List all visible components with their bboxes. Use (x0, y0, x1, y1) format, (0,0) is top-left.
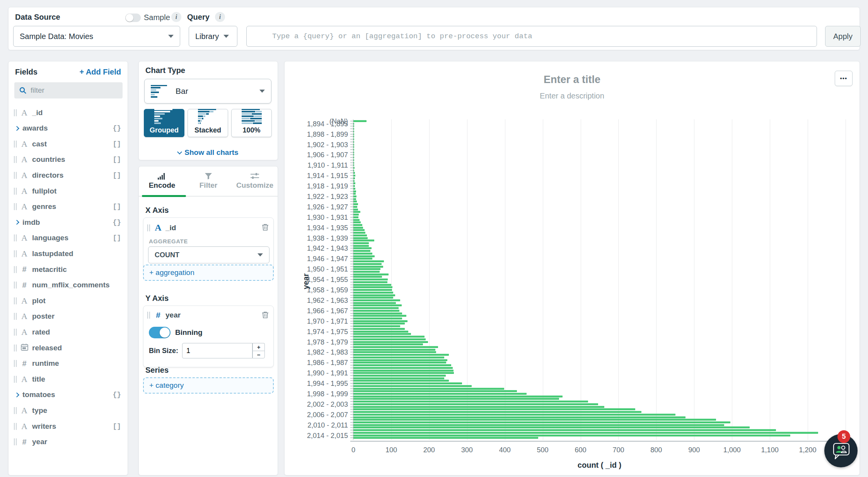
bar[interactable] (353, 216, 358, 218)
bar[interactable] (353, 323, 405, 324)
info-icon[interactable]: i (171, 12, 181, 22)
bar[interactable] (353, 214, 359, 216)
bar[interactable] (353, 211, 360, 213)
bar[interactable] (353, 421, 730, 423)
bar[interactable] (353, 284, 391, 286)
apply-button[interactable]: Apply (825, 26, 861, 47)
field-search-box[interactable] (14, 82, 123, 98)
bar[interactable] (353, 437, 538, 439)
bar[interactable] (353, 388, 504, 390)
field-row-runtime[interactable]: #runtime (9, 356, 128, 372)
bar[interactable] (353, 276, 382, 278)
drag-handle-icon[interactable] (14, 266, 17, 273)
drag-handle-icon[interactable] (14, 203, 17, 210)
field-row-released[interactable]: released (9, 340, 128, 356)
bar[interactable] (353, 120, 367, 122)
bar[interactable] (353, 151, 354, 153)
bar[interactable] (353, 209, 358, 210)
bar[interactable] (353, 338, 426, 340)
field-row-rated[interactable]: Arated (9, 324, 128, 340)
bar[interactable] (353, 419, 716, 421)
bar[interactable] (353, 359, 447, 361)
bar[interactable] (353, 141, 354, 143)
bar[interactable] (353, 273, 389, 275)
bar[interactable] (353, 362, 446, 363)
bar[interactable] (353, 393, 527, 395)
bar[interactable] (353, 255, 375, 257)
subtype-100%-button[interactable]: 100% (231, 109, 272, 137)
field-row-title[interactable]: Atitle (9, 371, 128, 387)
bar[interactable] (353, 128, 354, 130)
drag-handle-icon[interactable] (14, 250, 17, 257)
bar[interactable] (353, 372, 454, 374)
bar[interactable] (353, 224, 362, 226)
bar[interactable] (353, 331, 408, 333)
bar[interactable] (353, 304, 402, 306)
bar[interactable] (353, 232, 365, 234)
add-aggregation-button[interactable]: + aggregation (143, 265, 274, 281)
bar[interactable] (353, 294, 395, 296)
bar[interactable] (353, 281, 387, 283)
bar[interactable] (353, 403, 598, 405)
bar[interactable] (353, 297, 393, 299)
chart-title-placeholder[interactable]: Enter a title (285, 74, 859, 86)
bar[interactable] (353, 356, 444, 358)
bar[interactable] (353, 258, 372, 260)
bar[interactable] (353, 234, 367, 236)
field-row-countries[interactable]: Acountries[] (9, 152, 128, 168)
bar[interactable] (353, 185, 355, 187)
bar[interactable] (353, 138, 354, 140)
drag-handle-icon[interactable] (14, 297, 17, 304)
bar[interactable] (353, 354, 449, 356)
drag-handle-icon[interactable] (14, 360, 17, 367)
drag-handle-icon[interactable] (147, 224, 150, 231)
bar[interactable] (353, 172, 355, 174)
trash-icon[interactable] (262, 223, 269, 232)
bar[interactable] (353, 154, 354, 156)
bar[interactable] (353, 398, 559, 400)
bar[interactable] (353, 380, 449, 382)
bar[interactable] (353, 333, 411, 335)
chart-type-select[interactable]: Bar (144, 79, 271, 104)
bar[interactable] (353, 385, 472, 387)
query-input[interactable] (246, 26, 817, 47)
bar[interactable] (353, 260, 384, 262)
bar[interactable] (353, 328, 405, 330)
bar[interactable] (353, 426, 750, 428)
bar[interactable] (353, 190, 356, 192)
aggregate-select[interactable]: COUNT (148, 246, 269, 263)
bar[interactable] (353, 170, 354, 171)
bar[interactable] (353, 278, 388, 280)
bar[interactable] (353, 146, 354, 148)
bar[interactable] (353, 268, 380, 270)
bar[interactable] (353, 343, 423, 345)
bar[interactable] (353, 375, 446, 377)
tab-encode[interactable]: Encode (139, 171, 185, 190)
bar[interactable] (353, 221, 361, 223)
field-row-type[interactable]: Atype (9, 402, 128, 418)
drag-handle-icon[interactable] (14, 438, 17, 445)
chart-menu-button[interactable]: ••• (835, 71, 853, 86)
bar[interactable] (353, 429, 776, 431)
drag-handle-icon[interactable] (14, 376, 17, 383)
bar[interactable] (353, 242, 369, 244)
bar[interactable] (353, 351, 436, 353)
bar[interactable] (353, 299, 400, 301)
bar[interactable] (353, 263, 382, 265)
drag-handle-icon[interactable] (14, 234, 17, 241)
bar[interactable] (353, 193, 356, 195)
bar[interactable] (353, 406, 604, 408)
field-row-num_mflix_comments[interactable]: #num_mflix_comments (9, 277, 128, 293)
bar[interactable] (353, 364, 451, 366)
field-row-_id[interactable]: A_id (9, 105, 128, 121)
drag-handle-icon[interactable] (14, 282, 17, 289)
library-select[interactable]: Library (189, 26, 237, 47)
bar[interactable] (353, 341, 428, 343)
field-row-fullplot[interactable]: Afullplot (9, 183, 128, 199)
bar[interactable] (353, 302, 396, 304)
bar[interactable] (353, 125, 354, 127)
bar[interactable] (353, 219, 360, 221)
bar[interactable] (353, 250, 370, 252)
bar[interactable] (353, 377, 444, 379)
chevron-right-icon[interactable] (14, 126, 19, 131)
